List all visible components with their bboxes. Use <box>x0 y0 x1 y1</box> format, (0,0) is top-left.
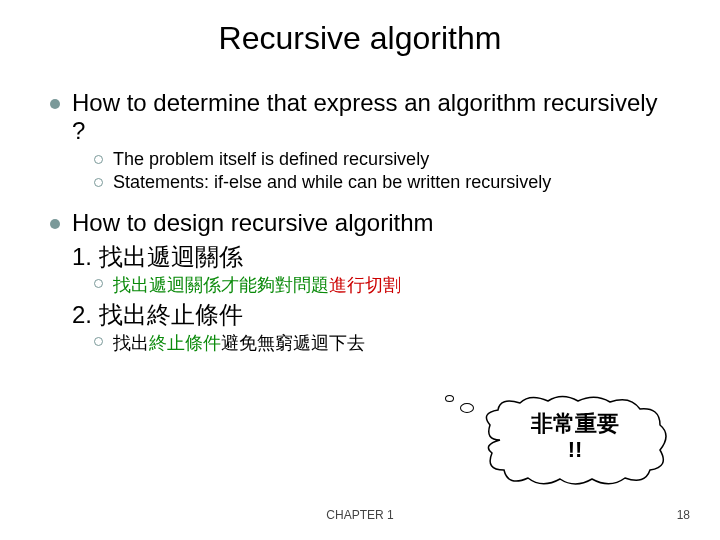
bullet-ring-icon <box>94 155 103 164</box>
bullet-dot-icon <box>50 219 60 229</box>
step-1: 1. 找出遞迴關係 <box>72 241 670 273</box>
bubble-tail-icon <box>460 403 474 413</box>
slide: Recursive algorithm How to determine tha… <box>0 0 720 540</box>
step-text: 找出終止條件 <box>99 301 243 328</box>
step-number: 2. <box>72 301 99 328</box>
bullet-ring-icon <box>94 279 103 288</box>
step1-sub: 找出遞迴關係才能夠對問題進行切割 <box>94 273 670 297</box>
subbullet-statements: Statements: if-else and while can be wri… <box>94 172 670 193</box>
footer-page-number: 18 <box>677 508 690 522</box>
subbullet-text: The problem itself is defined recursivel… <box>113 149 429 170</box>
thought-bubble-callout: 非常重要!! <box>480 395 670 485</box>
bullet-dot-icon <box>50 99 60 109</box>
step-number: 1. <box>72 243 99 270</box>
subbullet-text: Statements: if-else and while can be wri… <box>113 172 551 193</box>
subbullet-text: 找出遞迴關係才能夠對問題進行切割 <box>113 273 401 297</box>
subbullet-text: 找出終止條件避免無窮遞迴下去 <box>113 331 365 355</box>
bullet-text: How to design recursive algorithm <box>72 209 434 237</box>
step2-sub: 找出終止條件避免無窮遞迴下去 <box>94 331 670 355</box>
footer-chapter: CHAPTER 1 <box>0 508 720 522</box>
callout-text: 非常重要!! <box>480 411 670 464</box>
step-text: 找出遞迴關係 <box>99 243 243 270</box>
bubble-tail-icon <box>445 395 454 402</box>
slide-title: Recursive algorithm <box>50 20 670 57</box>
step-2: 2. 找出終止條件 <box>72 299 670 331</box>
bullet-text: How to determine that express an algorit… <box>72 89 670 145</box>
bullet-ring-icon <box>94 178 103 187</box>
bullet-ring-icon <box>94 337 103 346</box>
bullet-how-design: How to design recursive algorithm <box>50 209 670 237</box>
subbullet-problem-recursive: The problem itself is defined recursivel… <box>94 149 670 170</box>
bullet-how-determine: How to determine that express an algorit… <box>50 89 670 145</box>
